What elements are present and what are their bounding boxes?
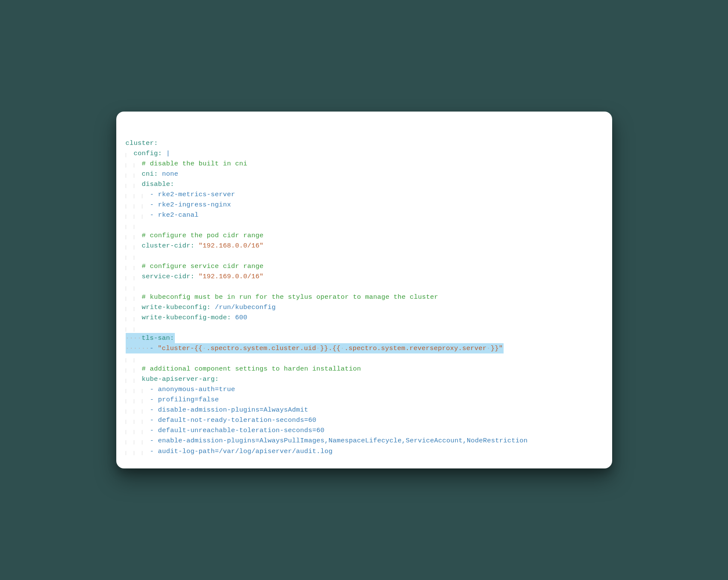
- yaml-value: /run/kubeconfig: [215, 303, 276, 311]
- code-line[interactable]: # configure the pod cidr range: [126, 230, 612, 241]
- yaml-list-value: rke2-metrics-server: [158, 191, 236, 198]
- yaml-string: "192.169.0.0/16": [199, 273, 264, 280]
- yaml-key: kube-apiserver-arg: [142, 375, 215, 383]
- code-line[interactable]: service-cidr: "192.169.0.0/16": [126, 271, 612, 282]
- code-line[interactable]: [126, 251, 612, 261]
- tls-san-value: cluster-: [162, 344, 194, 352]
- code-line[interactable]: - default-unreachable-toleration-seconds…: [126, 425, 612, 436]
- yaml-string: "192.168.0.0/16": [199, 242, 264, 250]
- code-line[interactable]: - anonymous-auth=true: [126, 384, 612, 395]
- code-line[interactable]: # additional component settings to harde…: [126, 364, 612, 374]
- yaml-comment: # kubeconfig must be in run for the styl…: [142, 293, 439, 301]
- code-line[interactable]: disable:: [126, 179, 612, 189]
- yaml-value: 600: [235, 314, 248, 321]
- code-line[interactable]: - rke2-canal: [126, 210, 612, 220]
- yaml-key: disable: [142, 180, 171, 188]
- code-line[interactable]: - rke2-ingress-nginx: [126, 200, 612, 210]
- code-line[interactable]: [126, 220, 612, 230]
- yaml-key: tls-san: [141, 334, 170, 342]
- yaml-list-value: default-not-ready-toleration-seconds=60: [158, 416, 317, 424]
- yaml-list-value: audit-log-path=/var/log/apiserver/audit.…: [158, 448, 333, 455]
- yaml-key: config: [134, 150, 158, 157]
- code-line[interactable]: # kubeconfig must be in run for the styl…: [126, 292, 612, 302]
- code-area[interactable]: cluster:config: |# disable the built in …: [116, 112, 612, 468]
- yaml-value: none: [162, 170, 178, 178]
- code-line[interactable]: write-kubeconfig: /run/kubeconfig: [126, 302, 612, 312]
- yaml-comment: # configure the pod cidr range: [142, 232, 264, 239]
- code-line[interactable]: - profiling=false: [126, 395, 612, 405]
- yaml-key: service-cidr: [142, 273, 191, 280]
- code-line[interactable]: kube-apiserver-arg:: [126, 374, 612, 384]
- code-line[interactable]: - disable-admission-plugins=AlwaysAdmit: [126, 405, 612, 415]
- yaml-comment: # configure service cidr range: [142, 262, 264, 270]
- yaml-key: cluster: [126, 139, 154, 147]
- yaml-list-value: rke2-ingress-nginx: [158, 201, 231, 209]
- yaml-list-value: profiling=false: [158, 396, 219, 403]
- yaml-list-value: enable-admission-plugins=AlwaysPullImage…: [158, 437, 528, 445]
- yaml-list-value: default-unreachable-toleration-seconds=6…: [158, 427, 325, 434]
- code-line[interactable]: [126, 282, 612, 292]
- yaml-comment: # disable the built in cni: [142, 160, 248, 168]
- code-line[interactable]: cni: none: [126, 169, 612, 179]
- yaml-key: write-kubeconfig-mode: [142, 314, 227, 321]
- code-line[interactable]: cluster-cidr: "192.168.0.0/16": [126, 241, 612, 251]
- yaml-comment: # additional component settings to harde…: [142, 365, 361, 373]
- yaml-key: cni: [142, 170, 154, 178]
- code-line[interactable]: - rke2-metrics-server: [126, 189, 612, 200]
- code-line[interactable]: config: |: [126, 148, 612, 159]
- code-line[interactable]: - enable-admission-plugins=AlwaysPullIma…: [126, 436, 612, 446]
- yaml-key: cluster-cidr: [142, 242, 191, 250]
- yaml-list-value: rke2-canal: [158, 211, 199, 219]
- code-line[interactable]: - audit-log-path=/var/log/apiserver/audi…: [126, 446, 612, 456]
- yaml-key: write-kubeconfig: [142, 303, 207, 311]
- code-line[interactable]: [126, 323, 612, 333]
- code-line[interactable]: # disable the built in cni: [126, 159, 612, 169]
- code-line[interactable]: cluster:: [126, 138, 612, 148]
- code-line[interactable]: [126, 353, 612, 364]
- code-line[interactable]: # configure service cidr range: [126, 261, 612, 271]
- code-line[interactable]: - default-not-ready-toleration-seconds=6…: [126, 415, 612, 425]
- code-line[interactable]: ····tls-san:: [126, 333, 612, 343]
- yaml-list-value: disable-admission-plugins=AlwaysAdmit: [158, 406, 309, 414]
- code-line[interactable]: ······- "cluster-{{·.spectro.system.clus…: [126, 343, 612, 353]
- code-line[interactable]: write-kubeconfig-mode: 600: [126, 312, 612, 323]
- code-editor-window: cluster:config: |# disable the built in …: [116, 112, 612, 468]
- yaml-list-value: anonymous-auth=true: [158, 386, 236, 393]
